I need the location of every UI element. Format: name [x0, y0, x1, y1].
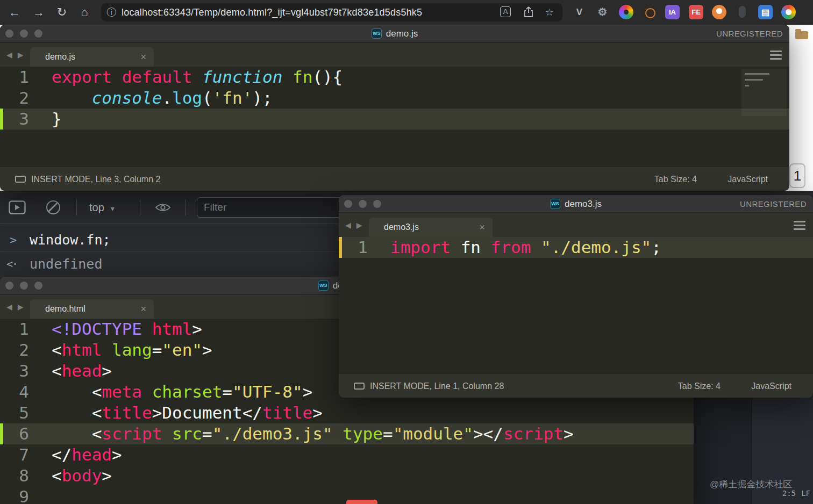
- titlebar[interactable]: WS demo.js UNREGISTERED: [0, 25, 789, 42]
- code-line: 6 <script src="./demo3.js" type="module"…: [0, 423, 694, 444]
- line-number: 6: [0, 423, 39, 444]
- line-number: 7: [0, 444, 39, 465]
- line-number: 2: [0, 340, 39, 361]
- reload-icon[interactable]: ↻: [54, 4, 70, 20]
- code-line: 1import fn from "./demo.js";: [339, 237, 813, 258]
- tab-label: demo3.js: [384, 222, 419, 232]
- line-number: 1: [339, 237, 377, 258]
- site-info-icon[interactable]: ⓘ: [106, 6, 116, 18]
- tab-demo-js[interactable]: demo.js ×: [30, 47, 154, 67]
- extension-ia-icon[interactable]: IA: [665, 5, 680, 19]
- line-number: 3: [0, 109, 39, 129]
- webstorm-file-icon: WS: [318, 280, 329, 291]
- line-number: 5: [0, 402, 39, 423]
- unregistered-label: UNREGISTERED: [740, 195, 807, 213]
- toolbar-divider: [140, 199, 140, 215]
- window-demo-js: WS demo.js UNREGISTERED ◀ ▶ demo.js × 1e…: [0, 25, 789, 191]
- browser-toolbar: ← → ↻ ⌂ ⓘ localhost:63343/Temp/demo.html…: [0, 0, 813, 25]
- extension-v-icon[interactable]: V: [572, 5, 587, 19]
- code-line: 8<body>: [0, 465, 694, 486]
- extension-pinwheel-icon[interactable]: [619, 5, 633, 19]
- extension-gear-icon[interactable]: ⚙: [595, 5, 610, 19]
- line-number: 1: [0, 67, 39, 88]
- next-tab-icon[interactable]: ▶: [356, 221, 362, 229]
- window-title-text: demo3.js: [565, 199, 602, 210]
- minimap[interactable]: [741, 69, 787, 116]
- code-editor[interactable]: 1import fn from "./demo.js";: [339, 237, 813, 373]
- syntax-language-status[interactable]: JavaScript: [751, 374, 791, 398]
- line-number: 8: [0, 465, 39, 486]
- translate-icon[interactable]: A: [500, 6, 511, 17]
- line-ending-status[interactable]: LF: [801, 489, 810, 498]
- titlebar[interactable]: WS demo3.js UNREGISTERED: [339, 195, 813, 213]
- webstorm-file-icon: WS: [550, 199, 560, 209]
- live-expression-eye-icon[interactable]: [155, 202, 171, 215]
- tab-demo-html[interactable]: demo.html ×: [30, 299, 154, 319]
- folder-icon[interactable]: [795, 31, 808, 39]
- next-tab-icon[interactable]: ▶: [18, 51, 24, 59]
- prev-tab-icon[interactable]: ◀: [6, 51, 12, 59]
- code-line: 3}: [0, 109, 789, 129]
- url-text[interactable]: localhost:63343/Temp/demo.html?_ijt=vgl4…: [122, 7, 422, 18]
- code-line: 5 <title>Document</title>: [0, 402, 694, 423]
- tab-bar: ◀ ▶ demo3.js ×: [339, 213, 813, 237]
- toolbar-divider: [185, 199, 186, 215]
- line-number: 9: [0, 486, 39, 504]
- extension-mouse-icon[interactable]: [735, 5, 750, 19]
- close-tab-icon[interactable]: ×: [140, 47, 146, 67]
- line-number: 3: [0, 361, 39, 381]
- home-icon[interactable]: ⌂: [76, 4, 92, 20]
- overflow-menu-icon[interactable]: [770, 51, 782, 52]
- gutter-marker: [339, 237, 342, 258]
- code-line: 7</head>: [0, 444, 694, 465]
- extension-grid-icon[interactable]: ▤: [758, 5, 773, 19]
- window-title: WS demo.js: [0, 25, 789, 42]
- console-result: undefined: [30, 256, 102, 272]
- status-bar: INSERT MODE, Line 3, Column 2 Tab Size: …: [0, 167, 789, 191]
- address-bar[interactable]: ⓘ localhost:63343/Temp/demo.html?_ijt=vg…: [101, 3, 562, 21]
- extension-camera-icon[interactable]: [642, 5, 657, 19]
- extension-orange-icon[interactable]: [712, 5, 726, 19]
- back-icon[interactable]: ←: [6, 4, 23, 20]
- code-line: 2 console.log('fn');: [0, 88, 789, 109]
- prev-tab-icon[interactable]: ◀: [6, 303, 12, 311]
- close-tab-icon[interactable]: ×: [479, 218, 485, 237]
- extension-fe-icon[interactable]: FE: [689, 5, 703, 19]
- caret-status-text: INSERT MODE, Line 1, Column 28: [370, 374, 504, 398]
- clear-console-icon[interactable]: [46, 200, 60, 214]
- code-line: 1export default function fn(){: [0, 67, 789, 88]
- line-number: 4: [0, 381, 39, 402]
- forward-icon[interactable]: →: [31, 4, 47, 20]
- page-number-box: 1: [789, 163, 805, 188]
- syntax-language-status[interactable]: JavaScript: [728, 167, 768, 191]
- screen: ← → ↻ ⌂ ⓘ localhost:63343/Temp/demo.html…: [0, 0, 813, 504]
- console-filter-input[interactable]: [197, 197, 358, 218]
- console-prompt-icon: >: [10, 228, 17, 252]
- close-tab-icon[interactable]: ×: [140, 299, 146, 319]
- window-title-text: demo.js: [386, 28, 418, 39]
- chevron-down-icon: ▾: [111, 204, 115, 213]
- watermark: @稀土掘金技术社区: [710, 478, 792, 491]
- next-tab-icon[interactable]: ▶: [18, 303, 24, 311]
- tab-bar: ◀ ▶ demo.js ×: [0, 43, 789, 67]
- status-bar: INSERT MODE, Line 1, Column 28 Tab Size:…: [339, 373, 813, 398]
- javascript-context-dropdown[interactable]: top▾: [89, 191, 115, 225]
- window-demo3-js: WS demo3.js UNREGISTERED ◀ ▶ demo3.js × …: [339, 195, 813, 398]
- gutter-marker: [0, 109, 3, 129]
- console-sidebar-icon[interactable]: [9, 200, 26, 217]
- console-command: window.fn;: [30, 232, 111, 248]
- toolbar-divider: [76, 199, 77, 215]
- code-editor[interactable]: 1export default function fn(){2 console.…: [0, 67, 789, 167]
- tab-size-status[interactable]: Tab Size: 4: [654, 167, 697, 191]
- share-icon[interactable]: [524, 6, 533, 19]
- bookmark-star-icon[interactable]: ☆: [545, 7, 554, 18]
- tab-size-status[interactable]: Tab Size: 4: [678, 374, 721, 398]
- overflow-menu-icon[interactable]: [794, 221, 805, 222]
- line-number: 1: [0, 319, 39, 340]
- tab-demo3-js[interactable]: demo3.js ×: [369, 218, 493, 237]
- unregistered-label: UNREGISTERED: [716, 25, 783, 42]
- prev-tab-icon[interactable]: ◀: [345, 221, 351, 229]
- vintage-mode-icon: [15, 176, 26, 183]
- tab-label: demo.html: [45, 304, 85, 313]
- extension-colorwheel-icon[interactable]: [781, 5, 796, 19]
